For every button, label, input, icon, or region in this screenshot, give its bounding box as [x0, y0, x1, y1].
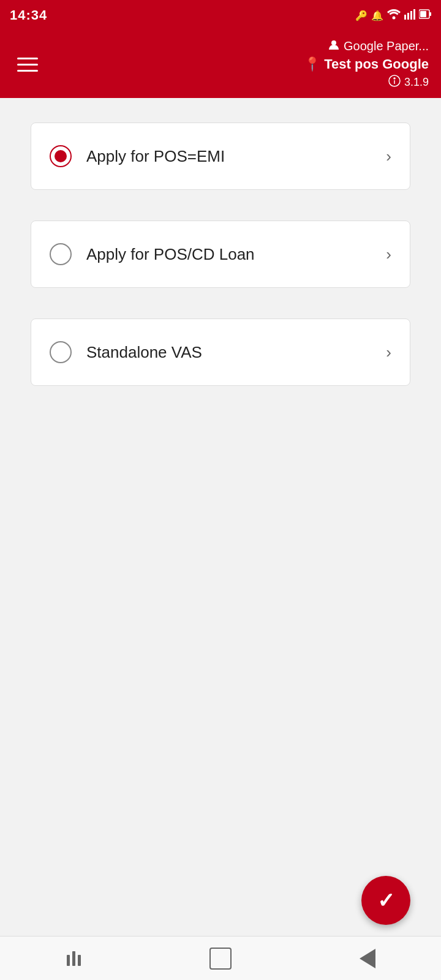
- status-icons: 🔑 🔔: [355, 9, 431, 22]
- wifi-icon: [387, 9, 401, 22]
- hamburger-menu-button[interactable]: [12, 53, 43, 77]
- user-icon: [328, 39, 340, 54]
- toolbar-info: Google Paper... 📍 Test pos Google 3.1.9: [304, 39, 429, 90]
- svg-rect-2: [407, 13, 409, 20]
- status-time: 14:34: [10, 7, 47, 23]
- recent-apps-icon: [67, 951, 81, 966]
- home-icon: [209, 948, 232, 970]
- option-pos-cd-loan-label: Apply for POS/CD Loan: [86, 245, 371, 264]
- checkmark-icon: ✓: [377, 888, 394, 913]
- svg-point-11: [394, 78, 395, 79]
- status-bar: 14:34 🔑 🔔: [0, 0, 441, 31]
- back-icon: [360, 949, 375, 968]
- svg-point-0: [393, 17, 396, 20]
- confirm-fab-button[interactable]: ✓: [361, 876, 410, 925]
- recent-apps-button[interactable]: [55, 940, 92, 977]
- location-icon: 📍: [304, 56, 320, 72]
- hamburger-line-2: [17, 64, 38, 66]
- svg-rect-6: [429, 12, 431, 16]
- toolbar-location-label: Test pos Google: [324, 56, 429, 72]
- chevron-standalone-vas-icon: ›: [386, 343, 391, 362]
- radio-pos-emi: [50, 145, 72, 167]
- bottom-nav: [0, 936, 441, 980]
- toolbar-user-label: Google Paper...: [344, 39, 429, 53]
- toolbar: Google Paper... 📍 Test pos Google 3.1.9: [0, 31, 441, 98]
- battery-icon: [419, 9, 431, 22]
- svg-point-8: [331, 40, 336, 45]
- toolbar-version: 3.1.9: [304, 75, 429, 90]
- option-pos-cd-loan[interactable]: Apply for POS/CD Loan ›: [31, 221, 410, 288]
- svg-rect-4: [413, 9, 415, 20]
- info-icon: [388, 75, 401, 90]
- home-button[interactable]: [202, 940, 239, 977]
- radio-standalone-vas: [50, 341, 72, 363]
- option-standalone-vas[interactable]: Standalone VAS ›: [31, 318, 410, 386]
- option-standalone-vas-label: Standalone VAS: [86, 343, 371, 362]
- option-pos-emi-label: Apply for POS=EMI: [86, 147, 371, 166]
- svg-rect-7: [420, 11, 426, 17]
- alarm-icon: 🔔: [371, 10, 383, 21]
- hamburger-line-3: [17, 70, 38, 72]
- toolbar-version-label: 3.1.9: [404, 76, 429, 89]
- hamburger-line-1: [17, 58, 38, 59]
- radio-pos-cd-loan: [50, 243, 72, 265]
- radio-pos-emi-inner: [55, 150, 67, 162]
- toolbar-location: 📍 Test pos Google: [304, 56, 429, 72]
- chevron-pos-emi-icon: ›: [386, 147, 391, 166]
- back-button[interactable]: [349, 940, 386, 977]
- svg-rect-1: [404, 15, 406, 20]
- svg-rect-3: [410, 11, 412, 20]
- chevron-pos-cd-loan-icon: ›: [386, 245, 391, 264]
- key-icon: 🔑: [355, 10, 368, 21]
- signal-icon: [404, 9, 415, 22]
- toolbar-user: Google Paper...: [304, 39, 429, 54]
- option-pos-emi[interactable]: Apply for POS=EMI ›: [31, 123, 410, 190]
- main-content: Apply for POS=EMI › Apply for POS/CD Loa…: [0, 98, 441, 410]
